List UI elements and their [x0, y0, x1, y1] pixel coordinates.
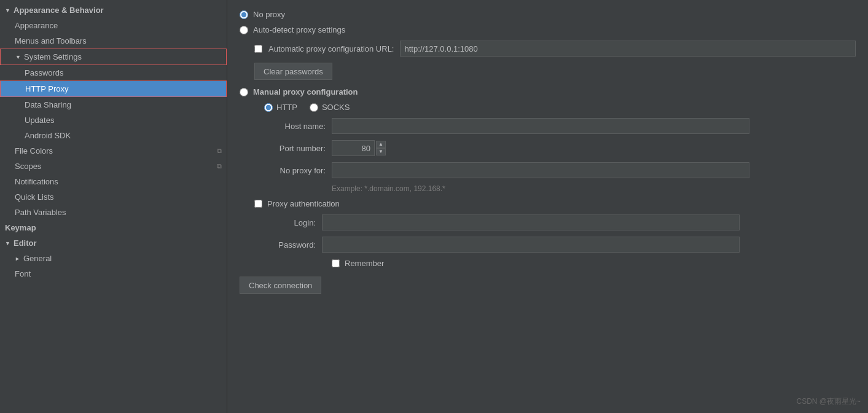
no-proxy-for-label: No proxy for: [264, 166, 332, 175]
login-row: Login: [254, 214, 856, 230]
sidebar-item-label: Updates [25, 116, 54, 125]
http-label: HTTP [276, 103, 297, 112]
sidebar-item-label: Notifications [15, 177, 58, 186]
sidebar-item-label: System Settings [24, 52, 82, 61]
sidebar-item-android-sdk[interactable]: Android SDK [0, 128, 227, 143]
check-connection-row: Check connection [240, 277, 856, 294]
triangle-icon: ▼ [5, 7, 11, 14]
clear-passwords-container: Clear passwords [254, 63, 856, 80]
sidebar-item-label: Data Sharing [25, 100, 71, 109]
password-input[interactable] [322, 237, 740, 253]
host-name-label: Host name: [264, 122, 332, 131]
socks-label: SOCKS [322, 103, 350, 112]
auto-detect-label: Auto-detect proxy settings [253, 25, 345, 34]
copy-icon: ⧉ [217, 147, 222, 155]
port-number-label: Port number: [264, 144, 332, 153]
main-content: No proxy Auto-detect proxy settings Auto… [227, 0, 868, 413]
proxy-auth-label: Proxy authentication [267, 199, 340, 208]
password-row: Password: [254, 237, 856, 253]
sidebar-item-label: File Colors [15, 146, 53, 155]
sidebar-item-label: Editor [14, 238, 37, 248]
no-proxy-for-row: No proxy for: [264, 162, 856, 178]
host-name-row: Host name: [264, 118, 856, 134]
sidebar-item-quick-lists[interactable]: Quick Lists [0, 189, 227, 205]
port-decrement-button[interactable]: ▼ [376, 148, 386, 155]
no-proxy-label: No proxy [253, 10, 285, 19]
sidebar-item-updates[interactable]: Updates [0, 112, 227, 128]
sidebar-item-appearance-behavior[interactable]: ▼ Appearance & Behavior [0, 2, 227, 18]
triangle-icon: ▼ [5, 240, 11, 246]
sidebar-item-label: Path Variables [15, 208, 66, 217]
manual-proxy-radio[interactable] [240, 88, 248, 96]
manual-proxy-row: Manual proxy configuration [240, 87, 856, 96]
login-label: Login: [254, 218, 322, 227]
triangle-icon: ▼ [15, 54, 22, 60]
sidebar-item-label: Android SDK [25, 131, 71, 140]
auto-detect-radio[interactable] [240, 26, 248, 34]
http-radio[interactable] [264, 103, 273, 112]
sidebar-item-label: Passwords [25, 68, 64, 77]
check-connection-button[interactable]: Check connection [240, 277, 321, 294]
manual-proxy-label: Manual proxy configuration [253, 87, 358, 96]
port-input[interactable] [332, 140, 375, 156]
no-proxy-row: No proxy [240, 10, 856, 19]
auto-proxy-url-input[interactable] [400, 41, 856, 57]
host-name-input[interactable] [332, 118, 749, 134]
sidebar-item-label: Menus and Toolbars [15, 36, 87, 45]
no-proxy-for-input[interactable] [332, 162, 749, 178]
sidebar-item-label: Appearance [15, 21, 58, 30]
sidebar-item-label: Appearance & Behavior [14, 6, 104, 15]
sidebar-item-font[interactable]: Font [0, 266, 227, 281]
http-socks-row: HTTP SOCKS [264, 103, 856, 112]
sidebar-item-label: General [23, 254, 52, 263]
sidebar-item-system-settings[interactable]: ▼ System Settings [0, 49, 227, 65]
sidebar-item-label: Scopes [15, 162, 41, 171]
sidebar-item-path-variables[interactable]: Path Variables [0, 205, 227, 220]
remember-label: Remember [345, 259, 384, 268]
sidebar-item-menus-toolbars[interactable]: Menus and Toolbars [0, 33, 227, 49]
sidebar-item-general[interactable]: ► General [0, 251, 227, 266]
proxy-auth-row: Proxy authentication [254, 199, 856, 208]
password-label: Password: [254, 240, 322, 250]
example-text: Example: *.domain.com, 192.168.* [332, 184, 856, 193]
port-spinner: ▲ ▼ [376, 141, 386, 155]
sidebar-item-label: HTTP Proxy [25, 84, 69, 93]
remember-checkbox[interactable] [332, 259, 340, 267]
sidebar-item-keymap[interactable]: Keymap [0, 220, 227, 235]
sidebar-item-editor[interactable]: ▼ Editor [0, 235, 227, 251]
login-input[interactable] [322, 214, 740, 230]
proxy-auth-checkbox[interactable] [254, 200, 262, 208]
sidebar-item-label: Quick Lists [15, 192, 54, 202]
sidebar-item-data-sharing[interactable]: Data Sharing [0, 97, 227, 112]
watermark: CSDN @夜雨星光~ [796, 396, 861, 407]
sidebar-item-label: Font [15, 269, 31, 278]
sidebar-item-notifications[interactable]: Notifications [0, 174, 227, 189]
triangle-icon: ► [15, 256, 21, 262]
no-proxy-radio[interactable] [240, 10, 248, 19]
clear-passwords-button[interactable]: Clear passwords [254, 63, 332, 80]
port-increment-button[interactable]: ▲ [376, 141, 386, 148]
auto-proxy-url-row: Automatic proxy configuration URL: [254, 41, 856, 57]
socks-radio[interactable] [310, 103, 318, 112]
auto-detect-row: Auto-detect proxy settings [240, 25, 856, 34]
sidebar-item-file-colors[interactable]: File Colors ⧉ [0, 143, 227, 159]
sidebar-item-passwords[interactable]: Passwords [0, 65, 227, 81]
auto-url-checkbox[interactable] [254, 45, 262, 53]
sidebar-item-label: Keymap [5, 223, 36, 232]
port-input-wrap: ▲ ▼ [332, 140, 386, 156]
auto-proxy-url-label: Automatic proxy configuration URL: [268, 44, 394, 53]
sidebar-item-appearance[interactable]: Appearance [0, 18, 227, 33]
sidebar-item-scopes[interactable]: Scopes ⧉ [0, 159, 227, 174]
sidebar-item-http-proxy[interactable]: HTTP Proxy [0, 81, 227, 97]
port-number-row: Port number: ▲ ▼ [264, 140, 856, 156]
copy-icon: ⧉ [217, 162, 222, 170]
sidebar: ▼ Appearance & Behavior Appearance Menus… [0, 0, 227, 413]
remember-row: Remember [332, 259, 856, 268]
